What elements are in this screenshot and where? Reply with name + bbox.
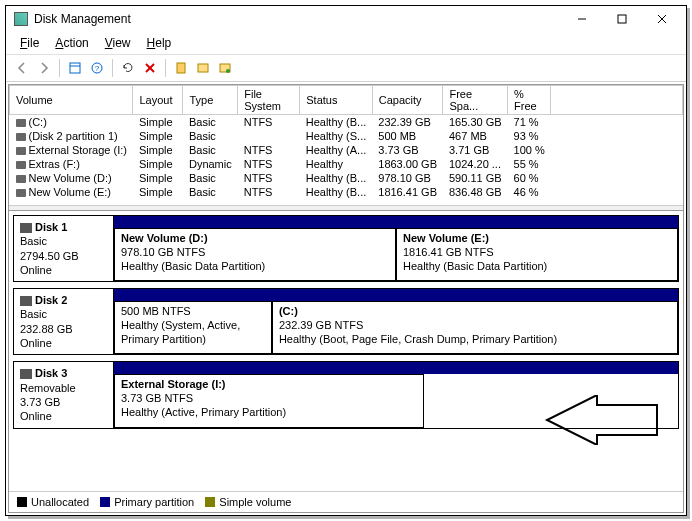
- titlebar[interactable]: Disk Management: [6, 6, 686, 32]
- show-hide-button[interactable]: [65, 58, 85, 78]
- disk-info: Disk 2Basic232.88 GBOnline: [14, 289, 114, 354]
- disk-header-bar: [114, 216, 678, 228]
- disk-row[interactable]: Disk 2Basic232.88 GBOnline500 MB NTFSHea…: [13, 288, 679, 355]
- partition[interactable]: New Volume (D:)978.10 GB NTFSHealthy (Ba…: [114, 228, 396, 281]
- legend-simple-label: Simple volume: [219, 496, 291, 508]
- properties-button[interactable]: [171, 58, 191, 78]
- col-fs[interactable]: File System: [238, 86, 300, 115]
- partition[interactable]: New Volume (E:)1816.41 GB NTFSHealthy (B…: [396, 228, 678, 281]
- col-status[interactable]: Status: [300, 86, 373, 115]
- volume-row[interactable]: (Disk 2 partition 1)SimpleBasicHealthy (…: [10, 129, 683, 143]
- menubar: File Action View Help: [6, 32, 686, 55]
- content-area: Volume Layout Type File System Status Ca…: [8, 84, 684, 513]
- col-capacity[interactable]: Capacity: [372, 86, 443, 115]
- volume-row[interactable]: Extras (F:)SimpleDynamicNTFSHealthy1863.…: [10, 157, 683, 171]
- volume-row[interactable]: New Volume (D:)SimpleBasicNTFSHealthy (B…: [10, 171, 683, 185]
- svg-rect-10: [177, 63, 185, 73]
- action-button-1[interactable]: [193, 58, 213, 78]
- legend-primary-label: Primary partition: [114, 496, 194, 508]
- disk-graphic-pane[interactable]: Disk 1Basic2794.50 GBOnlineNew Volume (D…: [9, 211, 683, 491]
- svg-rect-4: [70, 63, 80, 73]
- partition[interactable]: (C:)232.39 GB NTFSHealthy (Boot, Page Fi…: [272, 301, 678, 354]
- menu-view[interactable]: View: [97, 34, 139, 52]
- app-icon: [14, 12, 28, 26]
- volume-list[interactable]: Volume Layout Type File System Status Ca…: [9, 85, 683, 205]
- action-button-2[interactable]: [215, 58, 235, 78]
- toolbar: ?: [6, 55, 686, 82]
- menu-help[interactable]: Help: [139, 34, 180, 52]
- disk-header-bar: [114, 362, 678, 374]
- back-button[interactable]: [12, 58, 32, 78]
- window-title: Disk Management: [34, 12, 562, 26]
- volume-row[interactable]: New Volume (E:)SimpleBasicNTFSHealthy (B…: [10, 185, 683, 199]
- refresh-button[interactable]: [118, 58, 138, 78]
- col-spacer: [551, 86, 683, 115]
- partition[interactable]: External Storage (I:)3.73 GB NTFSHealthy…: [114, 374, 424, 427]
- volume-row[interactable]: External Storage (I:)SimpleBasicNTFSHeal…: [10, 143, 683, 157]
- disk-info: Disk 3Removable3.73 GBOnline: [14, 362, 114, 427]
- volume-row[interactable]: (C:)SimpleBasicNTFSHealthy (B...232.39 G…: [10, 115, 683, 130]
- close-button[interactable]: [642, 7, 682, 31]
- legend: Unallocated Primary partition Simple vol…: [9, 491, 683, 512]
- forward-button[interactable]: [34, 58, 54, 78]
- legend-primary-swatch: [100, 497, 110, 507]
- annotation-arrow-icon: [542, 395, 662, 445]
- col-layout[interactable]: Layout: [133, 86, 183, 115]
- svg-rect-1: [618, 15, 626, 23]
- legend-unallocated-swatch: [17, 497, 27, 507]
- minimize-button[interactable]: [562, 7, 602, 31]
- svg-rect-11: [198, 64, 208, 72]
- svg-point-13: [226, 69, 230, 73]
- menu-file[interactable]: File: [12, 34, 47, 52]
- delete-button[interactable]: [140, 58, 160, 78]
- col-volume[interactable]: Volume: [10, 86, 133, 115]
- partition[interactable]: 500 MB NTFSHealthy (System, Active, Prim…: [114, 301, 272, 354]
- col-free[interactable]: Free Spa...: [443, 86, 508, 115]
- disk-header-bar: [114, 289, 678, 301]
- disk-info: Disk 1Basic2794.50 GBOnline: [14, 216, 114, 281]
- col-pct[interactable]: % Free: [508, 86, 551, 115]
- help-button[interactable]: ?: [87, 58, 107, 78]
- col-type[interactable]: Type: [183, 86, 238, 115]
- legend-simple-swatch: [205, 497, 215, 507]
- menu-action[interactable]: Action: [47, 34, 96, 52]
- maximize-button[interactable]: [602, 7, 642, 31]
- legend-unallocated-label: Unallocated: [31, 496, 89, 508]
- svg-text:?: ?: [95, 64, 100, 73]
- disk-row[interactable]: Disk 1Basic2794.50 GBOnlineNew Volume (D…: [13, 215, 679, 282]
